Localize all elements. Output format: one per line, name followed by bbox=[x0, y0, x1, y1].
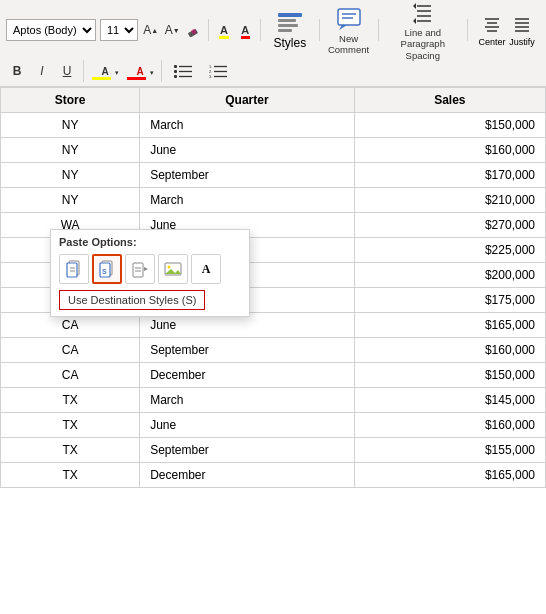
cell-11-0: TX bbox=[1, 388, 140, 413]
font-color-dropdown-button[interactable]: A ▾ bbox=[124, 60, 156, 82]
numbered-list-button[interactable]: 1. 2. 3. bbox=[202, 60, 234, 82]
font-color-a-icon: A bbox=[241, 24, 249, 36]
alignment-group: Center Justify bbox=[474, 11, 540, 49]
paste-as-picture-button[interactable] bbox=[158, 254, 188, 284]
list-button[interactable] bbox=[167, 60, 199, 82]
cell-1-1: June bbox=[140, 138, 355, 163]
table-header-row: Store Quarter Sales bbox=[1, 88, 546, 113]
list-icon bbox=[174, 64, 192, 78]
cell-5-2: $225,000 bbox=[354, 238, 545, 263]
alignment-labels: Center Justify bbox=[478, 37, 536, 47]
toolbar-row2: B I U A ▾ A ▾ bbox=[6, 60, 540, 82]
table-row: NYSeptember$170,000 bbox=[1, 163, 546, 188]
svg-point-48 bbox=[168, 266, 171, 269]
cell-10-0: CA bbox=[1, 363, 140, 388]
font-color-bar bbox=[241, 36, 250, 39]
cell-12-1: June bbox=[140, 413, 355, 438]
cell-1-2: $160,000 bbox=[354, 138, 545, 163]
paste-options-popup: Paste Options: S bbox=[50, 229, 250, 317]
center-button[interactable] bbox=[478, 13, 506, 35]
svg-marker-14 bbox=[413, 3, 416, 9]
font-name-select[interactable]: Aptos (Body) bbox=[6, 19, 96, 41]
table-container: Store Quarter Sales NYMarch$150,000NYJun… bbox=[0, 87, 546, 614]
cell-12-2: $160,000 bbox=[354, 413, 545, 438]
cell-12-0: TX bbox=[1, 413, 140, 438]
numbered-list-icon: 1. 2. 3. bbox=[209, 64, 227, 78]
italic-button[interactable]: I bbox=[31, 60, 53, 82]
justify-label: Justify bbox=[508, 37, 536, 47]
svg-rect-2 bbox=[278, 13, 302, 17]
separator-7 bbox=[161, 60, 162, 82]
svg-rect-24 bbox=[174, 65, 177, 68]
line-spacing-icon bbox=[407, 0, 439, 27]
font-color-icon: A bbox=[136, 66, 143, 77]
col-header-store: Store bbox=[1, 88, 140, 113]
grow-font-button[interactable]: A▲ bbox=[142, 19, 159, 41]
underline-button[interactable]: U bbox=[56, 60, 78, 82]
svg-rect-3 bbox=[278, 19, 296, 22]
cell-7-2: $175,000 bbox=[354, 288, 545, 313]
cell-8-2: $165,000 bbox=[354, 313, 545, 338]
line-spacing-button[interactable]: Line andParagraph Spacing bbox=[384, 4, 461, 56]
cell-13-1: September bbox=[140, 438, 355, 463]
font-color-button[interactable]: A bbox=[237, 19, 254, 41]
separator-5 bbox=[467, 19, 468, 41]
justify-button[interactable] bbox=[508, 13, 536, 35]
highlight-bar bbox=[219, 36, 228, 39]
clear-formatting-button[interactable] bbox=[185, 19, 202, 41]
col-header-quarter: Quarter bbox=[140, 88, 355, 113]
table-row: TXJune$160,000 bbox=[1, 413, 546, 438]
cell-3-1: March bbox=[140, 188, 355, 213]
svg-rect-43 bbox=[133, 263, 143, 277]
toolbar-row1: Aptos (Body) 11 A▲ A▼ A A bbox=[6, 4, 540, 56]
separator-2 bbox=[260, 19, 261, 41]
toolbar: Aptos (Body) 11 A▲ A▼ A A bbox=[0, 0, 546, 87]
table-row: NYMarch$150,000 bbox=[1, 113, 546, 138]
svg-rect-28 bbox=[174, 75, 177, 78]
cell-0-0: NY bbox=[1, 113, 140, 138]
separator-3 bbox=[319, 19, 320, 41]
cell-14-1: December bbox=[140, 463, 355, 488]
cell-9-1: September bbox=[140, 338, 355, 363]
table-row: CADecember$150,000 bbox=[1, 363, 546, 388]
styles-button[interactable]: Styles bbox=[267, 4, 313, 56]
paste-merge-formatting-button[interactable] bbox=[125, 254, 155, 284]
font-size-select[interactable]: 11 bbox=[100, 19, 138, 41]
new-comment-icon bbox=[333, 5, 365, 33]
highlight-color-bar bbox=[92, 77, 111, 80]
paste-keep-source-button[interactable] bbox=[59, 254, 89, 284]
svg-rect-4 bbox=[278, 24, 298, 27]
cell-3-0: NY bbox=[1, 188, 140, 213]
highlight-a-icon: A bbox=[220, 24, 228, 36]
paste-text-only-icon: A bbox=[202, 262, 211, 277]
new-comment-button[interactable]: NewComment bbox=[326, 4, 372, 56]
svg-marker-46 bbox=[144, 267, 148, 271]
font-color-dropdown-arrow: ▾ bbox=[150, 69, 154, 77]
center-label: Center bbox=[478, 37, 506, 47]
separator-6 bbox=[83, 60, 84, 82]
font-color2-bar bbox=[127, 77, 146, 80]
table-row: NYJune$160,000 bbox=[1, 138, 546, 163]
bold-button[interactable]: B bbox=[6, 60, 28, 82]
cell-3-2: $210,000 bbox=[354, 188, 545, 213]
highlight-dropdown-button[interactable]: A ▾ bbox=[89, 60, 121, 82]
styles-icon bbox=[276, 11, 304, 36]
cell-9-0: CA bbox=[1, 338, 140, 363]
cell-4-2: $270,000 bbox=[354, 213, 545, 238]
shrink-font-button[interactable]: A▼ bbox=[163, 19, 180, 41]
cell-2-2: $170,000 bbox=[354, 163, 545, 188]
cell-2-1: September bbox=[140, 163, 355, 188]
cell-10-2: $150,000 bbox=[354, 363, 545, 388]
paste-use-destination-button[interactable]: S bbox=[92, 254, 122, 284]
cell-10-1: December bbox=[140, 363, 355, 388]
highlight-color-button[interactable]: A bbox=[215, 19, 232, 41]
table-row: TXDecember$165,000 bbox=[1, 463, 546, 488]
separator-4 bbox=[378, 19, 379, 41]
cell-2-0: NY bbox=[1, 163, 140, 188]
cell-0-1: March bbox=[140, 113, 355, 138]
paste-text-only-button[interactable]: A bbox=[191, 254, 221, 284]
paste-tooltip: Use Destination Styles (S) bbox=[59, 290, 205, 310]
svg-text:3.: 3. bbox=[209, 74, 212, 78]
table-row: CASeptember$160,000 bbox=[1, 338, 546, 363]
table-header: Store Quarter Sales bbox=[1, 88, 546, 113]
